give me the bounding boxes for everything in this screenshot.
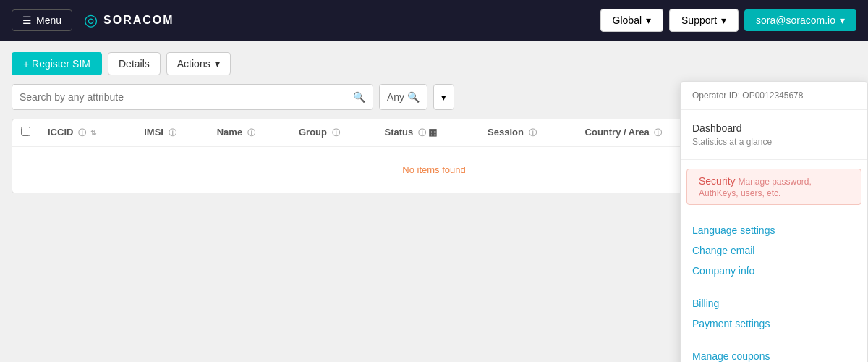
security-label: Security xyxy=(699,175,736,187)
search-icon: 🔍 xyxy=(353,91,365,103)
menu-button[interactable]: ☰ Menu xyxy=(12,9,72,31)
user-menu-button[interactable]: sora@soracom.io ▾ xyxy=(744,9,856,31)
logo: ◎ SORACOM xyxy=(84,11,174,30)
imsi-header: IMSI ⓘ xyxy=(135,119,208,146)
name-header: Name ⓘ xyxy=(208,119,290,146)
global-button[interactable]: Global ▾ xyxy=(600,9,663,32)
name-info-icon: ⓘ xyxy=(247,128,255,137)
page-wrapper: + Register SIM Details Actions ▾ 🔍 Any 🔍… xyxy=(0,41,868,362)
actions-dropdown-arrow: ▾ xyxy=(215,58,220,70)
status-info-icon: ⓘ xyxy=(418,128,426,137)
user-dropdown-menu: Operator ID: OP0012345678 Dashboard Stat… xyxy=(680,81,868,362)
account-section: Language settings Change email Company i… xyxy=(681,214,867,287)
iccid-header: ICCID ⓘ ⇅ xyxy=(39,119,135,146)
manage-coupons-link[interactable]: Manage coupons xyxy=(681,346,867,362)
change-email-link[interactable]: Change email xyxy=(681,240,867,261)
status-filter-icon: ▦ xyxy=(428,127,437,138)
register-sim-label: + Register SIM xyxy=(23,58,90,70)
dashboard-label: Dashboard xyxy=(692,122,742,134)
register-sim-button[interactable]: + Register SIM xyxy=(12,52,102,75)
language-settings-link[interactable]: Language settings xyxy=(681,220,867,240)
user-dropdown-arrow: ▾ xyxy=(840,14,845,26)
billing-section: Billing Payment settings xyxy=(681,287,867,340)
dashboard-menu-item[interactable]: Dashboard Statistics at a glance xyxy=(681,116,867,153)
toolbar: + Register SIM Details Actions ▾ xyxy=(12,52,856,75)
status-header: Status ⓘ ▦ xyxy=(376,119,480,146)
menu-label: Menu xyxy=(36,14,61,26)
filter-button[interactable]: ▾ xyxy=(433,84,454,110)
support-label: Support xyxy=(681,14,717,26)
global-label: Global xyxy=(613,14,642,26)
hamburger-icon: ☰ xyxy=(22,14,32,26)
iccid-sort-icon[interactable]: ⇅ xyxy=(90,129,96,137)
search-input[interactable] xyxy=(20,91,353,103)
imsi-info-icon: ⓘ xyxy=(169,128,176,137)
filter-icon: ▾ xyxy=(441,92,446,103)
select-all-checkbox[interactable] xyxy=(21,127,30,136)
actions-button[interactable]: Actions ▾ xyxy=(166,52,231,75)
support-dropdown-arrow: ▾ xyxy=(721,14,726,26)
group-header: Group ⓘ xyxy=(290,119,376,146)
iccid-info-icon: ⓘ xyxy=(78,128,86,137)
no-items-text: No items found xyxy=(402,164,465,175)
logo-icon: ◎ xyxy=(84,11,98,30)
dashboard-sub: Statistics at a glance xyxy=(692,136,856,148)
session-info-icon: ⓘ xyxy=(529,128,537,137)
company-info-link[interactable]: Company info xyxy=(681,261,867,281)
group-info-icon: ⓘ xyxy=(332,128,340,137)
actions-label: Actions xyxy=(177,58,210,70)
search-input-wrap: 🔍 xyxy=(12,84,373,110)
global-dropdown-arrow: ▾ xyxy=(646,14,651,26)
dashboard-section: Dashboard Statistics at a glance xyxy=(681,110,867,160)
support-button[interactable]: Support ▾ xyxy=(669,9,739,32)
navbar: ☰ Menu ◎ SORACOM Global ▾ Support ▾ sora… xyxy=(0,0,868,41)
select-all-header[interactable] xyxy=(12,119,39,146)
security-menu-item[interactable]: Security Manage password, AuthKeys, user… xyxy=(686,169,861,205)
billing-link[interactable]: Billing xyxy=(681,293,867,313)
any-select[interactable]: Any 🔍 xyxy=(379,84,427,110)
payment-settings-link[interactable]: Payment settings xyxy=(681,313,867,334)
session-header: Session ⓘ xyxy=(479,119,576,146)
country-info-icon: ⓘ xyxy=(654,128,662,137)
any-label: Any xyxy=(387,91,404,103)
operator-id: Operator ID: OP0012345678 xyxy=(681,82,867,110)
details-label: Details xyxy=(119,58,150,70)
search-filter-icon: 🔍 xyxy=(407,91,420,103)
details-button[interactable]: Details xyxy=(108,52,161,75)
navbar-left: ☰ Menu ◎ SORACOM xyxy=(12,9,174,31)
coupons-section: Manage coupons xyxy=(681,340,867,362)
logo-text: SORACOM xyxy=(103,14,174,27)
user-email: sora@soracom.io xyxy=(756,14,835,26)
security-section: Security Manage password, AuthKeys, user… xyxy=(681,160,867,214)
navbar-right: Global ▾ Support ▾ sora@soracom.io ▾ xyxy=(600,9,856,32)
